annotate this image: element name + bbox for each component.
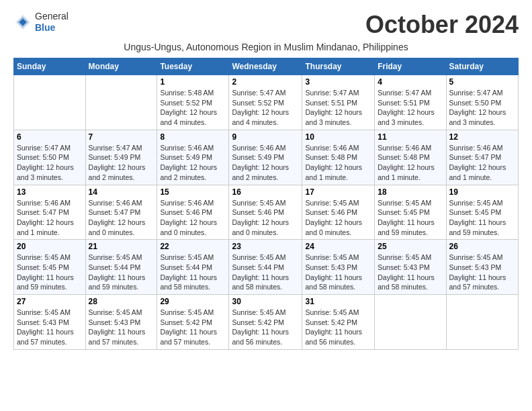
day-info: Sunrise: 5:47 AM Sunset: 5:50 PM Dayligh… — [449, 88, 515, 128]
weekday-header: Saturday — [446, 58, 518, 75]
day-info: Sunrise: 5:47 AM Sunset: 5:49 PM Dayligh… — [89, 143, 154, 183]
day-info: Sunrise: 5:45 AM Sunset: 5:42 PM Dayligh… — [160, 308, 226, 347]
day-info: Sunrise: 5:46 AM Sunset: 5:48 PM Dayligh… — [305, 143, 371, 183]
day-info: Sunrise: 5:45 AM Sunset: 5:44 PM Dayligh… — [232, 253, 299, 292]
day-info: Sunrise: 5:46 AM Sunset: 5:46 PM Dayligh… — [160, 198, 226, 238]
day-info: Sunrise: 5:45 AM Sunset: 5:46 PM Dayligh… — [305, 198, 371, 238]
calendar-day-cell: 13Sunrise: 5:46 AM Sunset: 5:47 PM Dayli… — [14, 185, 86, 240]
day-info: Sunrise: 5:45 AM Sunset: 5:43 PM Dayligh… — [449, 253, 515, 292]
day-info: Sunrise: 5:46 AM Sunset: 5:47 PM Dayligh… — [89, 198, 154, 238]
day-info: Sunrise: 5:47 AM Sunset: 5:51 PM Dayligh… — [305, 88, 371, 128]
calendar-day-cell: 20Sunrise: 5:45 AM Sunset: 5:45 PM Dayli… — [14, 240, 86, 295]
day-number: 26 — [449, 242, 515, 251]
day-info: Sunrise: 5:45 AM Sunset: 5:43 PM Dayligh… — [17, 308, 83, 347]
calendar-day-cell: 8Sunrise: 5:46 AM Sunset: 5:49 PM Daylig… — [157, 130, 229, 185]
calendar-day-cell: 16Sunrise: 5:45 AM Sunset: 5:46 PM Dayli… — [229, 185, 302, 240]
calendar-day-cell: 9Sunrise: 5:46 AM Sunset: 5:49 PM Daylig… — [229, 130, 302, 185]
calendar-day-cell: 10Sunrise: 5:46 AM Sunset: 5:48 PM Dayli… — [302, 130, 375, 185]
calendar-week-row: 20Sunrise: 5:45 AM Sunset: 5:45 PM Dayli… — [14, 240, 519, 295]
calendar-table: SundayMondayTuesdayWednesdayThursdayFrid… — [13, 58, 519, 350]
calendar-day-cell: 6Sunrise: 5:47 AM Sunset: 5:50 PM Daylig… — [14, 130, 86, 185]
calendar-day-cell: 23Sunrise: 5:45 AM Sunset: 5:44 PM Dayli… — [229, 240, 302, 295]
day-info: Sunrise: 5:45 AM Sunset: 5:44 PM Dayligh… — [89, 253, 154, 292]
day-number: 3 — [305, 77, 371, 87]
logo-text: General Blue — [35, 11, 69, 34]
weekday-header: Wednesday — [229, 58, 302, 75]
day-info: Sunrise: 5:48 AM Sunset: 5:52 PM Dayligh… — [160, 88, 226, 128]
page-header: General Blue October 2024 — [13, 11, 519, 39]
day-number: 13 — [17, 187, 83, 197]
calendar-day-cell: 22Sunrise: 5:45 AM Sunset: 5:44 PM Dayli… — [157, 240, 229, 295]
day-number: 15 — [160, 187, 226, 197]
calendar-day-cell — [85, 75, 157, 130]
day-number: 20 — [17, 242, 83, 251]
calendar-day-cell: 27Sunrise: 5:45 AM Sunset: 5:43 PM Dayli… — [14, 295, 86, 350]
day-number: 27 — [17, 297, 83, 306]
day-info: Sunrise: 5:47 AM Sunset: 5:50 PM Dayligh… — [17, 143, 83, 183]
day-info: Sunrise: 5:45 AM Sunset: 5:44 PM Dayligh… — [160, 253, 226, 292]
calendar-day-cell: 7Sunrise: 5:47 AM Sunset: 5:49 PM Daylig… — [85, 130, 157, 185]
calendar-day-cell: 21Sunrise: 5:45 AM Sunset: 5:44 PM Dayli… — [85, 240, 157, 295]
day-number: 29 — [160, 297, 226, 306]
day-info: Sunrise: 5:47 AM Sunset: 5:52 PM Dayligh… — [232, 88, 299, 128]
day-number: 30 — [232, 297, 299, 306]
day-info: Sunrise: 5:45 AM Sunset: 5:45 PM Dayligh… — [17, 253, 83, 292]
day-info: Sunrise: 5:46 AM Sunset: 5:48 PM Dayligh… — [378, 143, 443, 183]
calendar-day-cell: 30Sunrise: 5:45 AM Sunset: 5:42 PM Dayli… — [229, 295, 302, 350]
day-number: 22 — [160, 242, 226, 251]
day-info: Sunrise: 5:47 AM Sunset: 5:51 PM Dayligh… — [378, 88, 443, 128]
day-number: 19 — [449, 187, 515, 197]
calendar-day-cell: 29Sunrise: 5:45 AM Sunset: 5:42 PM Dayli… — [157, 295, 229, 350]
calendar-day-cell: 31Sunrise: 5:45 AM Sunset: 5:42 PM Dayli… — [302, 295, 375, 350]
day-number: 25 — [378, 242, 443, 251]
calendar-day-cell — [446, 295, 518, 350]
day-info: Sunrise: 5:46 AM Sunset: 5:47 PM Dayligh… — [449, 143, 515, 183]
day-number: 14 — [89, 187, 154, 197]
logo-icon — [13, 13, 32, 32]
calendar-day-cell: 3Sunrise: 5:47 AM Sunset: 5:51 PM Daylig… — [302, 75, 375, 130]
day-number: 17 — [305, 187, 371, 197]
day-number: 12 — [449, 132, 515, 142]
month-title: October 2024 — [365, 11, 519, 39]
weekday-header: Tuesday — [157, 58, 229, 75]
day-info: Sunrise: 5:45 AM Sunset: 5:45 PM Dayligh… — [449, 198, 515, 238]
day-number: 31 — [305, 297, 371, 306]
calendar-header-row: SundayMondayTuesdayWednesdayThursdayFrid… — [14, 58, 519, 75]
calendar-subtitle: Ungus-Ungus, Autonomous Region in Muslim… — [13, 42, 519, 52]
calendar-day-cell: 2Sunrise: 5:47 AM Sunset: 5:52 PM Daylig… — [229, 75, 302, 130]
calendar-day-cell: 12Sunrise: 5:46 AM Sunset: 5:47 PM Dayli… — [446, 130, 518, 185]
day-number: 10 — [305, 132, 371, 142]
day-number: 16 — [232, 187, 299, 197]
day-number: 28 — [89, 297, 154, 306]
day-info: Sunrise: 5:45 AM Sunset: 5:45 PM Dayligh… — [378, 198, 443, 238]
day-info: Sunrise: 5:45 AM Sunset: 5:43 PM Dayligh… — [89, 308, 154, 347]
day-info: Sunrise: 5:46 AM Sunset: 5:49 PM Dayligh… — [232, 143, 299, 183]
day-number: 6 — [17, 132, 83, 142]
day-number: 4 — [378, 77, 443, 87]
weekday-header: Friday — [375, 58, 446, 75]
day-info: Sunrise: 5:45 AM Sunset: 5:43 PM Dayligh… — [305, 253, 371, 292]
calendar-day-cell: 4Sunrise: 5:47 AM Sunset: 5:51 PM Daylig… — [375, 75, 446, 130]
day-number: 7 — [89, 132, 154, 142]
day-number: 21 — [89, 242, 154, 251]
calendar-week-row: 6Sunrise: 5:47 AM Sunset: 5:50 PM Daylig… — [14, 130, 519, 185]
calendar-day-cell: 28Sunrise: 5:45 AM Sunset: 5:43 PM Dayli… — [85, 295, 157, 350]
weekday-header: Monday — [85, 58, 157, 75]
day-number: 9 — [232, 132, 299, 142]
calendar-day-cell: 25Sunrise: 5:45 AM Sunset: 5:43 PM Dayli… — [375, 240, 446, 295]
calendar-day-cell: 18Sunrise: 5:45 AM Sunset: 5:45 PM Dayli… — [375, 185, 446, 240]
calendar-day-cell: 17Sunrise: 5:45 AM Sunset: 5:46 PM Dayli… — [302, 185, 375, 240]
day-number: 5 — [449, 77, 515, 87]
day-info: Sunrise: 5:45 AM Sunset: 5:42 PM Dayligh… — [232, 308, 299, 347]
calendar-day-cell — [14, 75, 86, 130]
calendar-day-cell: 19Sunrise: 5:45 AM Sunset: 5:45 PM Dayli… — [446, 185, 518, 240]
logo: General Blue — [13, 11, 69, 34]
day-number: 18 — [378, 187, 443, 197]
calendar-day-cell: 1Sunrise: 5:48 AM Sunset: 5:52 PM Daylig… — [157, 75, 229, 130]
day-number: 2 — [232, 77, 299, 87]
day-number: 24 — [305, 242, 371, 251]
day-info: Sunrise: 5:45 AM Sunset: 5:46 PM Dayligh… — [232, 198, 299, 238]
day-number: 8 — [160, 132, 226, 142]
day-number: 11 — [378, 132, 443, 142]
calendar-day-cell: 11Sunrise: 5:46 AM Sunset: 5:48 PM Dayli… — [375, 130, 446, 185]
